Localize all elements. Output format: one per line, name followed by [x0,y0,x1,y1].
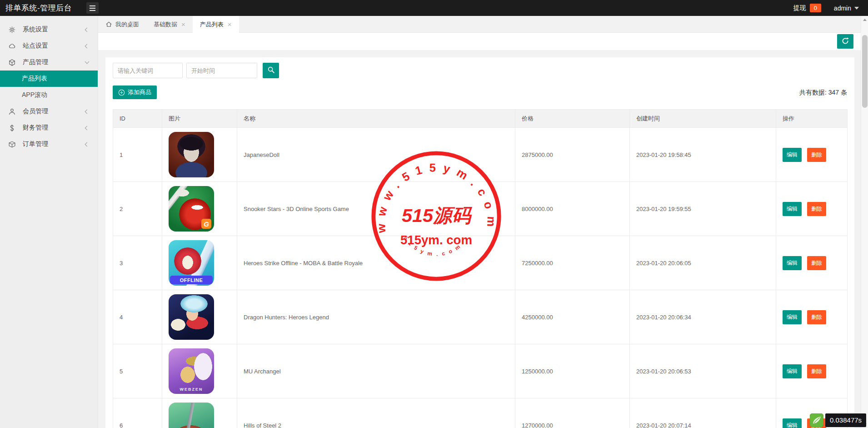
topbar-right: 提现 0 admin [793,4,868,12]
cell-actions: 编辑删除 [776,344,848,398]
add-product-label: 添加商品 [128,88,151,96]
cell-created: 2023-01-20 20:06:53 [630,344,776,398]
delete-button[interactable]: 删除 [807,148,826,162]
close-icon[interactable]: × [228,21,232,28]
scroll-up-arrow-icon[interactable] [861,16,868,23]
search-icon [267,66,275,75]
column-header: 图片 [162,110,237,128]
product-image [169,403,214,428]
edit-button[interactable]: 编辑 [783,418,802,428]
chevron-left-icon [85,27,90,32]
cell-image: G [162,182,237,236]
tab-1[interactable]: 基础数据× [146,16,193,33]
cell-price: 8000000.00 [515,182,630,236]
chevron-down-icon [85,60,90,64]
cell-image [162,128,237,182]
column-header: 创建时间 [630,110,776,128]
cell-id: 6 [113,398,162,428]
dollar-icon [8,124,16,132]
tab-label: 基础数据 [154,20,177,29]
tab-label: 我的桌面 [115,20,139,29]
sidebar-item-label: 会员管理 [23,107,48,116]
content-toolbar [98,33,861,50]
sidebar-item-0[interactable]: 系统设置 [0,21,98,38]
tab-2[interactable]: 产品列表× [193,16,239,33]
add-product-button[interactable]: 添加商品 [113,86,157,99]
product-image-badge: OFFLINE [170,276,213,284]
cell-price: 1250000.00 [515,344,630,398]
plus-circle-icon [118,89,125,96]
sidebar-item-2[interactable]: 产品管理 [0,54,98,70]
sidebar: 系统设置站点设置产品管理产品列表APP滚动会员管理财务管理订单管理 [0,16,98,428]
chevron-left-icon [85,142,90,146]
cell-created: 2023-01-20 20:06:34 [630,290,776,344]
chevron-left-icon [85,109,90,114]
delete-button[interactable]: 删除 [807,364,826,378]
table-row: 4Dragon Hunters: Heroes Legend4250000.00… [113,290,848,344]
scrollbar-thumb[interactable] [862,35,868,108]
cell-price: 4250000.00 [515,290,630,344]
hamburger-menu-icon[interactable] [86,2,99,14]
withdraw-link[interactable]: 提现 [793,4,806,12]
start-time-input[interactable] [186,63,257,78]
edit-button[interactable]: 编辑 [783,364,802,378]
sidebar-subitem-2-1[interactable]: APP滚动 [0,87,98,103]
execution-time-badge: 0.038477s [825,413,866,427]
edit-button[interactable]: 编辑 [783,310,802,324]
refresh-icon [841,37,849,46]
tab-0[interactable]: 我的桌面 [98,16,146,33]
cell-created: 2023-01-20 19:58:45 [630,128,776,182]
search-button[interactable] [263,63,279,78]
cell-image: WEBZEN [162,344,237,398]
product-image [169,132,214,177]
table-row: 5WEBZENMU Archangel1250000.002023-01-20 … [113,344,848,398]
withdraw-count-badge[interactable]: 0 [810,4,821,12]
keyword-input[interactable] [113,63,183,78]
table-row: 6Hills of Steel 21270000.002023-01-20 20… [113,398,848,428]
user-menu[interactable]: admin [834,5,851,12]
cell-actions: 编辑删除 [776,128,848,182]
edit-button[interactable]: 编辑 [783,256,802,270]
cell-name: Hills of Steel 2 [237,398,515,428]
sidebar-item-label: 站点设置 [23,42,48,50]
sidebar-item-label: 财务管理 [23,124,48,132]
sidebar-subitem-2-0[interactable]: 产品列表 [0,70,98,87]
close-icon[interactable]: × [181,21,185,28]
sidebar-item-label: 系统设置 [23,25,48,34]
total-count-text: 共有数据: 347 条 [799,89,847,97]
cube-icon [8,59,16,66]
sidebar-item-1[interactable]: 站点设置 [0,38,98,54]
edit-button[interactable]: 编辑 [783,202,802,216]
cell-image [162,290,237,344]
column-header: 操作 [776,110,848,128]
cell-name: MU Archangel [237,344,515,398]
debug-leaf-icon[interactable] [810,413,823,427]
home-icon [105,21,112,28]
cell-created: 2023-01-20 19:59:55 [630,182,776,236]
delete-button[interactable]: 删除 [807,310,826,324]
product-image-badge: WEBZEN [169,387,214,392]
cell-name: Snooker Stars - 3D Online Sports Game [237,182,515,236]
cell-actions: 编辑删除 [776,236,848,290]
sidebar-item-3[interactable]: 会员管理 [0,103,98,120]
product-image-badge: G [201,219,211,229]
edit-button[interactable]: 编辑 [783,148,802,162]
cell-created: 2023-01-20 20:06:05 [630,236,776,290]
cell-created: 2023-01-20 20:07:14 [630,398,776,428]
sidebar-subitem-label: APP滚动 [22,91,47,99]
delete-button[interactable]: 删除 [807,202,826,216]
cell-price: 1270000.00 [515,398,630,428]
delete-button[interactable]: 删除 [807,256,826,270]
sidebar-item-5[interactable]: 订单管理 [0,136,98,152]
sidebar-item-4[interactable]: 财务管理 [0,120,98,136]
cell-actions: 编辑删除 [776,290,848,344]
gear-icon [8,26,16,34]
actions-row: 添加商品 共有数据: 347 条 [113,86,847,99]
cell-image [162,398,237,428]
chevron-left-icon [85,126,90,130]
cell-id: 2 [113,182,162,236]
table-row: 3OFFLINEHeroes Strike Offline - MOBA & B… [113,236,848,290]
refresh-button[interactable] [837,34,853,49]
cell-id: 4 [113,290,162,344]
vertical-scrollbar[interactable] [861,16,868,428]
